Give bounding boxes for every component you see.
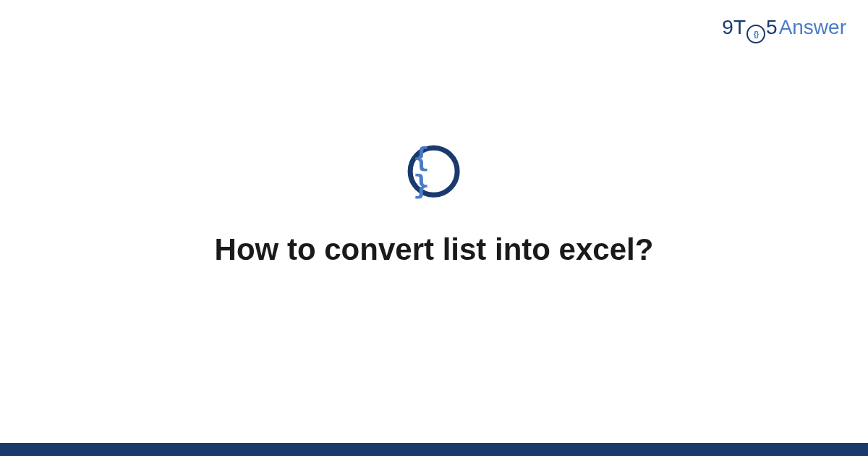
question-title: How to convert list into excel? <box>215 232 654 267</box>
logo-o-circle: {} <box>746 25 765 43</box>
braces-icon: { } <box>413 143 455 198</box>
main-content: { } How to convert list into excel? <box>215 145 654 267</box>
logo-text-5: 5 <box>766 16 778 39</box>
logo-text-9t: 9T <box>722 16 746 39</box>
footer-bar <box>0 443 868 456</box>
braces-icon: {} <box>754 30 759 38</box>
category-icon-circle: { } <box>408 145 460 198</box>
logo-text-answer: Answer <box>779 16 846 39</box>
site-logo: 9T {} 5 Answer <box>722 16 846 41</box>
